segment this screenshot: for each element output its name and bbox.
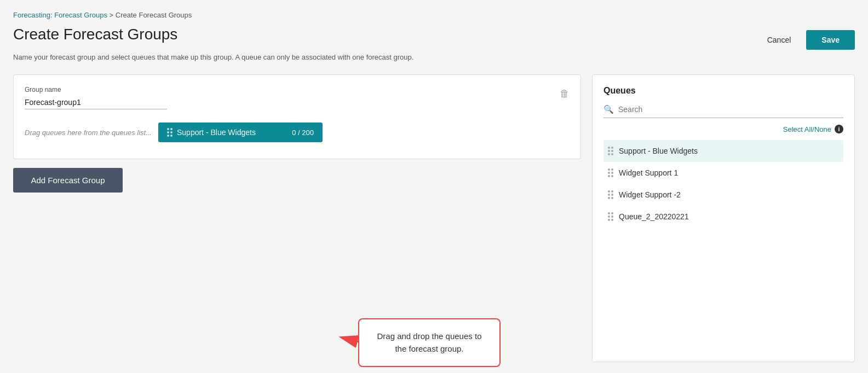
page-title: Create Forecast Groups — [13, 26, 177, 43]
select-all-row: Select All/None i — [603, 125, 843, 133]
info-icon[interactable]: i — [835, 125, 843, 133]
add-forecast-group-button[interactable]: Add Forecast Group — [13, 168, 123, 193]
search-input[interactable] — [618, 105, 843, 114]
queue-chip-label: Support - Blue Widgets — [177, 128, 256, 137]
delete-icon[interactable]: 🗑 — [560, 88, 570, 100]
save-button[interactable]: Save — [806, 30, 855, 50]
queue-drag-icon — [608, 212, 613, 221]
right-panel: Queues 🔍 Select All/None i Support - Blu… — [592, 74, 855, 362]
header-actions: Cancel Save — [758, 30, 855, 50]
select-all-link[interactable]: Select All/None — [783, 125, 831, 133]
queue-list-item[interactable]: Support - Blue Widgets — [603, 140, 843, 162]
search-icon: 🔍 — [603, 104, 614, 114]
queue-item-name: Queue_2_20220221 — [619, 212, 689, 221]
main-content: Group name 🗑 Drag queues here from the q… — [13, 74, 855, 362]
queue-list-item[interactable]: Widget Support 1 — [603, 162, 843, 184]
queue-chip[interactable]: Support - Blue Widgets 0 / 200 — [158, 123, 323, 142]
breadcrumb-separator: > — [110, 11, 116, 19]
queue-list: Support - Blue WidgetsWidget Support 1Wi… — [603, 140, 843, 228]
queue-drag-icon — [608, 190, 613, 199]
group-name-label: Group name — [25, 86, 167, 94]
page-subtitle: Name your forecast group and select queu… — [13, 53, 855, 61]
queue-drag-icon — [608, 168, 613, 177]
queues-title: Queues — [603, 86, 843, 96]
queue-item-name: Widget Support -2 — [619, 190, 681, 199]
queue-list-item[interactable]: Widget Support -2 — [603, 184, 843, 206]
queue-drop-area: Drag queues here from the queues list...… — [25, 123, 570, 142]
queue-item-name: Widget Support 1 — [619, 168, 678, 177]
page-header: Create Forecast Groups Cancel Save — [13, 26, 855, 50]
breadcrumb-current: Create Forecast Groups — [116, 11, 192, 19]
left-panel: Group name 🗑 Drag queues here from the q… — [13, 74, 581, 362]
queue-count: 0 / 200 — [292, 129, 314, 137]
breadcrumb-link[interactable]: Forecasting: Forecast Groups — [13, 11, 107, 19]
queue-item-name: Support - Blue Widgets — [619, 147, 698, 155]
drag-handle-icon — [167, 128, 173, 137]
group-name-section: Group name — [25, 86, 167, 109]
drop-hint: Drag queues here from the queues list... — [25, 129, 152, 137]
cancel-button[interactable]: Cancel — [758, 31, 800, 49]
group-card-header: Group name 🗑 — [25, 86, 570, 109]
breadcrumb: Forecasting: Forecast Groups > Create Fo… — [13, 11, 855, 19]
queue-drag-icon — [608, 147, 613, 155]
search-container: 🔍 — [603, 104, 843, 118]
group-card: Group name 🗑 Drag queues here from the q… — [13, 74, 581, 159]
queue-list-item[interactable]: Queue_2_20220221 — [603, 206, 843, 228]
group-name-input[interactable] — [25, 96, 167, 109]
